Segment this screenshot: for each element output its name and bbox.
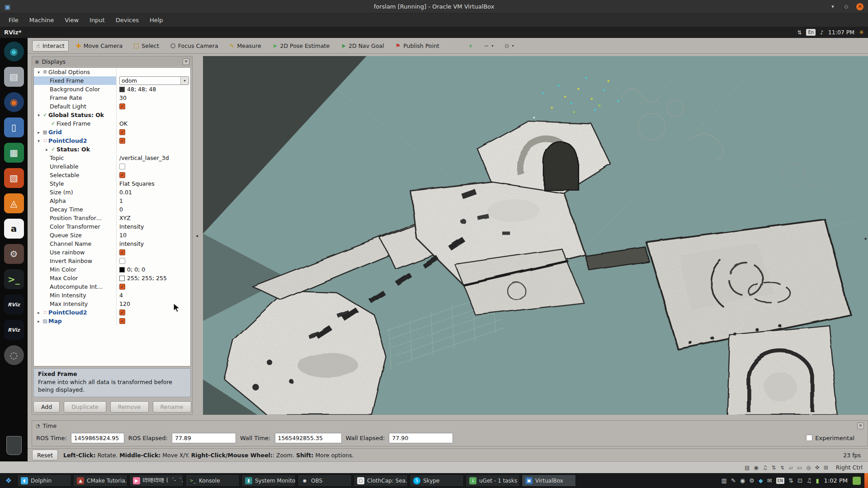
- splitter-collapse-right-icon[interactable]: ▸: [865, 236, 867, 241]
- task-virtualbox[interactable]: ▣VirtualBox: [522, 474, 576, 487]
- row-style[interactable]: StyleFlat Squares: [34, 179, 190, 188]
- tool-properties-button[interactable]: ⊙▾: [500, 41, 518, 51]
- menu-file[interactable]: File: [4, 15, 24, 25]
- checkbox[interactable]: ✓: [119, 284, 125, 290]
- color-swatch[interactable]: [119, 267, 125, 272]
- dock-firefox[interactable]: ◉: [4, 92, 24, 112]
- color-swatch[interactable]: [119, 276, 125, 281]
- expand-arrow-icon[interactable]: ▸: [36, 130, 42, 135]
- displays-close-icon[interactable]: ✕: [183, 58, 189, 65]
- dock-rviz-a[interactable]: RViz: [4, 295, 24, 314]
- row-status-ok[interactable]: ▸✓Status: Ok: [34, 145, 190, 154]
- task-cmake[interactable]: ▲CMake Tutoria...: [73, 474, 127, 487]
- row-max-intensity[interactable]: Max Intensity120: [34, 300, 190, 308]
- task-uget[interactable]: ↓uGet - 1 tasks: [466, 474, 520, 487]
- tray-files-icon[interactable]: ▥: [721, 477, 726, 484]
- vbox-display-icon[interactable]: ▭: [797, 465, 802, 471]
- menu-input[interactable]: Input: [85, 15, 110, 25]
- add-tool-button[interactable]: +: [464, 41, 477, 51]
- wall-elapsed-field[interactable]: 77.90: [389, 433, 453, 443]
- checkbox[interactable]: [119, 164, 125, 169]
- row-map[interactable]: ▸▨Map✓: [34, 317, 190, 325]
- row-global-options[interactable]: ▾⚙Global Options: [34, 68, 190, 76]
- time-panel-header[interactable]: ◔ Time ✕: [32, 421, 868, 431]
- vm-volume-icon[interactable]: ♪: [820, 29, 824, 36]
- row-fixed-frame[interactable]: Fixed Frameodom▾: [34, 76, 190, 85]
- task-dolphin[interactable]: ◖Dolphin: [17, 474, 71, 487]
- dock-amazon[interactable]: a: [4, 219, 24, 239]
- expand-arrow-icon[interactable]: ▾: [36, 113, 42, 117]
- dock-file-cabinet[interactable]: ▤: [4, 67, 24, 87]
- dock-blender[interactable]: ◬: [4, 193, 24, 213]
- row-selectable[interactable]: Selectable✓: [34, 171, 190, 179]
- ros-time-field[interactable]: 1459865824.95: [71, 433, 124, 443]
- tray-battery-icon[interactable]: ▮: [816, 477, 819, 484]
- row-decay-time[interactable]: Decay Time0: [34, 205, 190, 214]
- checkbox[interactable]: ✓: [119, 103, 125, 109]
- remove-tool-button[interactable]: −▾: [480, 41, 498, 51]
- dock-terminal[interactable]: >_: [4, 269, 24, 289]
- row-size-m[interactable]: Size (m)0.01: [34, 188, 190, 197]
- expand-arrow-icon[interactable]: ▾: [36, 70, 42, 75]
- vbox-mouse-icon[interactable]: ✜: [815, 465, 820, 471]
- vm-network-icon[interactable]: ⇅: [797, 29, 802, 36]
- task-skype[interactable]: SSkype: [410, 474, 464, 487]
- interact-tool[interactable]: ☝Interact: [32, 40, 69, 52]
- menu-devices[interactable]: Devices: [111, 15, 144, 25]
- minimize-button[interactable]: ▾: [829, 3, 836, 10]
- row-min-color[interactable]: Min Color0; 0; 0: [34, 265, 190, 274]
- tray-volume-icon[interactable]: ♫: [807, 477, 812, 484]
- row-queue-size[interactable]: Queue Size10: [34, 231, 190, 239]
- time-close-icon[interactable]: ✕: [857, 422, 864, 429]
- row-topic[interactable]: Topic/vertical_laser_3d: [34, 154, 190, 162]
- tray-note-icon[interactable]: ✎: [731, 477, 736, 484]
- row-default-light[interactable]: Default Light✓: [34, 102, 190, 111]
- task-konsole[interactable]: >_Konsole: [185, 474, 240, 487]
- checkbox[interactable]: ✓: [119, 138, 125, 144]
- row-max-color[interactable]: Max Color255; 255; 255: [34, 274, 190, 282]
- expand-arrow-icon[interactable]: ▸: [36, 310, 42, 315]
- desktop-pager-icon[interactable]: [853, 477, 861, 485]
- checkbox[interactable]: ✓: [119, 310, 125, 315]
- tray-mail-icon[interactable]: ✉: [767, 477, 772, 484]
- expand-arrow-icon[interactable]: ▸: [44, 147, 50, 152]
- row-background-color[interactable]: Background Color48; 48; 48: [34, 85, 190, 94]
- task-bilibili[interactable]: ▶哔哩哔哩 (゜-゜...: [129, 474, 184, 487]
- tray-network-icon[interactable]: ⇅: [788, 477, 793, 484]
- menu-machine[interactable]: Machine: [24, 15, 59, 25]
- vbox-keyboard-icon[interactable]: ⊞: [824, 465, 828, 471]
- color-swatch[interactable]: [119, 87, 125, 92]
- nav-goal-tool[interactable]: ➤2D Nav Goal: [337, 40, 388, 52]
- publish-point-tool[interactable]: ⚑Publish Point: [392, 40, 443, 52]
- dock-rviz-b[interactable]: RViz: [4, 320, 24, 340]
- fixed-frame-combo[interactable]: odom▾: [119, 76, 189, 85]
- row-color-transformer[interactable]: Color TransformerIntensity: [34, 222, 190, 231]
- dock-spreadsheet[interactable]: ▦: [4, 143, 24, 163]
- wall-time-field[interactable]: 1565492855.35: [275, 433, 342, 443]
- checkbox[interactable]: ✓: [119, 318, 125, 324]
- row-alpha[interactable]: Alpha1: [34, 197, 190, 205]
- vbox-cd-icon[interactable]: ◉: [754, 465, 758, 471]
- vm-settings-icon[interactable]: ✳: [859, 29, 864, 36]
- host-clock[interactable]: 1:02 PM: [824, 477, 848, 484]
- menu-help[interactable]: Help: [145, 15, 168, 25]
- remove-display-button[interactable]: Remove: [110, 401, 149, 413]
- add-display-button[interactable]: Add: [33, 401, 60, 413]
- combo-arrow-icon[interactable]: ▾: [180, 77, 189, 84]
- vbox-audio-icon[interactable]: ♫: [763, 465, 768, 471]
- vbox-usb-icon[interactable]: ↯: [780, 465, 785, 471]
- row-frame-rate[interactable]: Frame Rate30: [34, 94, 190, 102]
- trash-icon[interactable]: [6, 436, 22, 455]
- row-global-status-ok[interactable]: ▾✓Global Status: Ok: [34, 111, 190, 119]
- vm-clock[interactable]: 11:07 PM: [828, 29, 854, 36]
- duplicate-display-button[interactable]: Duplicate: [64, 401, 106, 413]
- focus-camera-tool[interactable]: Focus Camera: [166, 40, 222, 52]
- measure-tool[interactable]: ✎Measure: [226, 40, 265, 52]
- tray-gear-icon[interactable]: ⚙: [749, 477, 755, 484]
- select-tool[interactable]: Select: [130, 40, 163, 52]
- panel-splitter[interactable]: ◂: [193, 56, 203, 415]
- row-pointcloud2[interactable]: ▸∷PointCloud2✓: [34, 308, 190, 317]
- rename-display-button[interactable]: Rename: [153, 401, 191, 413]
- row-fixed-frame[interactable]: ✓Fixed FrameOK: [34, 119, 190, 128]
- move-camera-tool[interactable]: Move Camera: [72, 40, 127, 52]
